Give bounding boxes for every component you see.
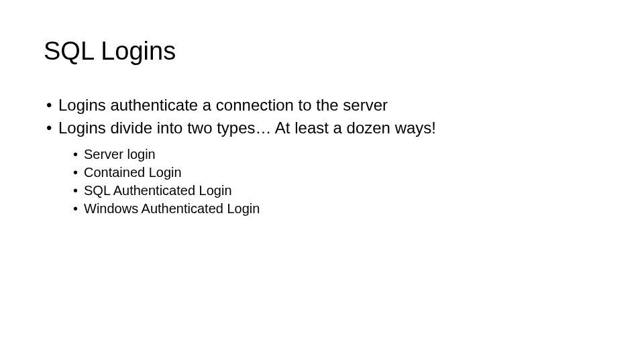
sub-bullet-text: Server login	[84, 147, 156, 162]
slide-title: SQL Logins	[44, 37, 600, 66]
main-bullet-text: Logins authenticate a connection to the …	[58, 96, 388, 114]
slide: SQL Logins Logins authenticate a connect…	[0, 0, 644, 245]
sub-bullet-item: SQL Authenticated Login	[73, 182, 600, 200]
sub-bullet-item: Windows Authenticated Login	[73, 200, 600, 218]
sub-bullet-text: Contained Login	[84, 165, 182, 180]
main-bullet-item: Logins authenticate a connection to the …	[46, 94, 600, 117]
main-bullet-item: Logins divide into two types… At least a…	[46, 117, 600, 139]
sub-bullet-item: Server login	[73, 145, 600, 164]
sub-bullet-item: Contained Login	[73, 164, 600, 182]
sub-bullet-text: SQL Authenticated Login	[84, 183, 232, 198]
main-bullet-text: Logins divide into two types… At least a…	[58, 119, 436, 137]
sub-bullet-list: Server login Contained Login SQL Authent…	[73, 145, 600, 218]
sub-bullet-text: Windows Authenticated Login	[84, 201, 260, 216]
main-bullet-list: Logins authenticate a connection to the …	[46, 94, 600, 139]
